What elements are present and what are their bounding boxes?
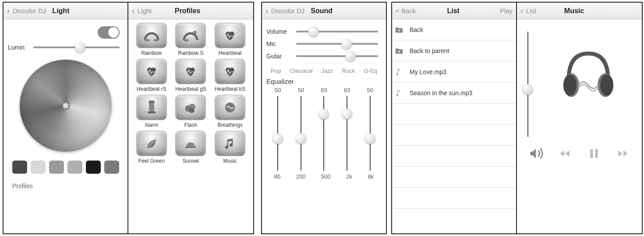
back-chevron-icon[interactable]: ‹ (520, 6, 524, 16)
list-item[interactable]: Back (392, 19, 516, 40)
pause-button[interactable] (584, 146, 604, 161)
profile-item[interactable]: Alarm (133, 95, 170, 128)
heartbeat-icon (215, 59, 245, 84)
music-volume-slider[interactable] (527, 32, 528, 137)
eq-preset[interactable]: Jazz (322, 68, 333, 74)
header: ‹ Light Profiles (128, 3, 253, 19)
profile-label: Sunset (172, 158, 210, 164)
eq-preset[interactable]: Rock (342, 68, 355, 74)
music-note-icon (394, 88, 404, 98)
eq-preset[interactable]: G-Eq (364, 68, 377, 74)
back-label[interactable]: List (526, 7, 536, 14)
swatch[interactable] (67, 161, 82, 174)
profile-label: Flash (172, 122, 210, 128)
eq-value: 83 (321, 87, 327, 93)
list-item (392, 146, 516, 167)
svg-rect-11 (185, 147, 196, 148)
swatch-row (8, 161, 123, 174)
profile-label: Heartbeat bS (211, 86, 249, 92)
eq-preset[interactable]: Pop (271, 68, 281, 74)
list-item[interactable]: Season in the sun.mp3 (392, 82, 516, 104)
profile-item[interactable]: Sunset (172, 131, 210, 164)
swatch[interactable] (104, 161, 119, 174)
profile-item[interactable]: Feel Green (133, 131, 170, 164)
eq-band-slider[interactable] (277, 96, 278, 171)
folder-up-icon (394, 25, 404, 35)
profile-item[interactable]: Heartbeat gS (172, 59, 210, 92)
svg-rect-16 (590, 149, 593, 158)
svg-point-9 (189, 107, 195, 113)
profile-item[interactable]: Heartbeat (211, 23, 249, 56)
back-chevron-icon[interactable]: ‹ (265, 6, 269, 16)
list-item (392, 125, 516, 146)
next-button[interactable] (613, 146, 633, 161)
heartbeat-icon (136, 59, 167, 84)
eq-presets: PopClassicalJazzRockG-Eq (266, 68, 382, 74)
swatch[interactable] (31, 161, 46, 174)
page-title: Music (538, 7, 610, 15)
play-button[interactable]: Play (491, 7, 513, 14)
volume-slider[interactable] (296, 31, 378, 32)
back-label[interactable]: Discolor DJ (271, 7, 305, 14)
swatch[interactable] (12, 161, 27, 174)
profile-item[interactable]: Flash (172, 95, 210, 128)
back-label[interactable]: Light (138, 7, 152, 14)
eq-freq: 200 (296, 173, 306, 180)
swatch[interactable] (86, 161, 101, 174)
screen-profiles: ‹ Light Profiles RainbowRainbow SHeartbe… (128, 2, 254, 234)
profile-item[interactable]: Rainbow (133, 23, 170, 56)
back-chevron-icon[interactable]: ‹ (132, 6, 135, 16)
profile-item[interactable]: Music (211, 131, 249, 164)
svg-rect-5 (149, 104, 154, 111)
eq-band-slider[interactable] (323, 96, 324, 171)
profile-item[interactable]: Breathings (211, 95, 249, 128)
page-title: Profiles (153, 7, 222, 15)
list-item (392, 167, 516, 188)
profile-label: Rainbow S (172, 50, 210, 56)
leaf-icon (136, 131, 167, 156)
list-item[interactable]: Back to parent (392, 40, 516, 61)
header: ‹ Discolor DJ Light (4, 3, 127, 19)
eq-band-slider[interactable] (370, 96, 371, 171)
breathing-icon (215, 95, 245, 120)
eq-band-slider[interactable] (301, 96, 301, 171)
color-wheel[interactable] (20, 60, 112, 152)
music-icon (215, 131, 245, 156)
lumin-label: Lumin (8, 44, 30, 51)
back-chevron-icon[interactable]: ‹ (7, 6, 10, 16)
eq-band-slider[interactable] (347, 96, 347, 171)
screen-list: < Back List Play BackBack to parentMy Lo… (391, 2, 517, 234)
swatch[interactable] (49, 161, 64, 174)
eq-preset[interactable]: Classical (290, 68, 312, 74)
music-note-icon (394, 67, 404, 77)
heartbeat-icon (175, 59, 206, 84)
list-item[interactable]: My Love.mp3 (392, 61, 516, 82)
profile-item[interactable]: Heartbeat rS (133, 59, 170, 92)
eq-freq: 2k (346, 173, 352, 180)
list-item-label: Back (410, 26, 423, 33)
header: ‹ Discolor DJ Sound (262, 3, 386, 19)
profile-label: Heartbeat rS (133, 86, 170, 92)
eq-freq: 8k (368, 173, 374, 180)
page-title: Light (48, 7, 124, 15)
screen-light: ‹ Discolor DJ Light Lumin Profiles (3, 2, 128, 234)
lumin-slider[interactable] (33, 46, 120, 48)
back-button[interactable]: < Back (396, 7, 416, 14)
profiles-link[interactable]: Profiles (8, 182, 123, 190)
speaker-button[interactable] (526, 146, 545, 161)
folder-up-icon (394, 46, 404, 56)
profile-item[interactable]: Heartbeat bS (211, 59, 249, 92)
svg-rect-17 (595, 149, 598, 158)
profile-item[interactable]: Rainbow S (172, 23, 210, 56)
sound-sliders: VolumeMicGutar (266, 28, 382, 60)
gutar-slider[interactable] (296, 55, 378, 57)
list-item (392, 188, 516, 209)
album-art (539, 23, 637, 124)
power-toggle[interactable] (98, 26, 120, 39)
list-item-label: Season in the sun.mp3 (410, 89, 472, 97)
back-label[interactable]: Discolor DJ (13, 7, 46, 14)
mic-slider[interactable] (296, 43, 378, 45)
prev-button[interactable] (555, 146, 574, 161)
list-item-label: My Love.mp3 (410, 68, 446, 75)
profile-label: Heartbeat gS (172, 86, 210, 92)
